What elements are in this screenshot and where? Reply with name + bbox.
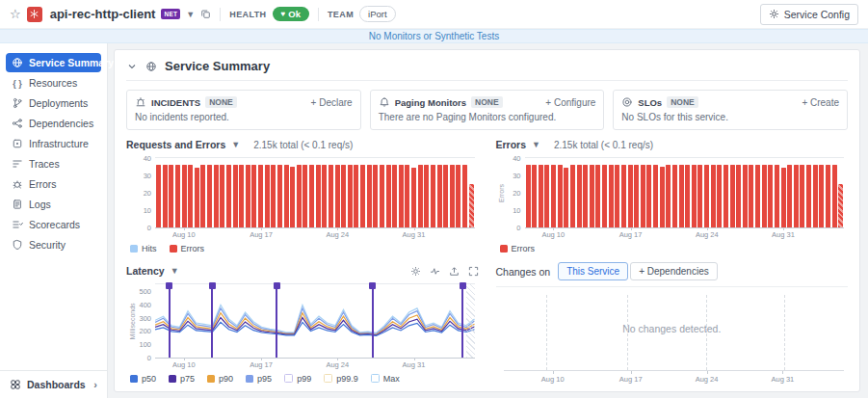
gear-icon[interactable]	[410, 266, 421, 277]
sidebar-item-traces[interactable]: Traces	[6, 154, 101, 173]
sidebar-item-scorecards[interactable]: Scorecards	[6, 215, 101, 234]
fullscreen-icon[interactable]	[468, 266, 479, 277]
legend-errors[interactable]: Errors	[170, 244, 205, 253]
summary-card-slos: SLOsNONE+ CreateNo SLOs for this service…	[613, 90, 848, 130]
changes-timeline[interactable]: No changes detected.	[496, 287, 849, 370]
bar	[838, 184, 843, 227]
charts-grid: Requests and Errors ▼ 2.15k total (< 0.1…	[126, 136, 848, 383]
errors-plot[interactable]: Errors 010203040Aug 10Aug 17Aug 24Aug 31	[525, 157, 845, 228]
page-title: Service Summary	[165, 59, 270, 73]
bar	[653, 165, 658, 227]
summary-card-paging-monitors: Paging MonitorsNONE+ ConfigureThere are …	[370, 90, 605, 130]
sidebar-item-dashboards[interactable]: Dashboards ›	[0, 370, 107, 398]
latency-plot[interactable]: Milliseconds 0100200300400500Aug 10Aug 1…	[155, 283, 475, 359]
bar	[360, 165, 365, 227]
legend-errors[interactable]: Errors	[500, 244, 536, 253]
sidebar-item-dependencies[interactable]: Dependencies	[6, 114, 101, 133]
team-badge[interactable]: iPort	[359, 6, 396, 22]
bar	[348, 165, 353, 227]
bar	[768, 165, 773, 227]
branch-icon	[12, 97, 23, 109]
bar	[322, 165, 327, 227]
chevron-down-icon[interactable]: ▼	[231, 140, 240, 149]
chevron-down-icon[interactable]: ▼	[171, 266, 179, 276]
security-icon	[12, 239, 23, 251]
sidebar-item-service-summary[interactable]: Service Summary	[6, 53, 101, 72]
legend-p50[interactable]: p50	[130, 374, 156, 384]
sidebar-item-label: Dependencies	[29, 118, 93, 129]
y-axis-tick: 0	[147, 224, 151, 232]
bar	[813, 165, 818, 227]
deployment-marker[interactable]	[461, 284, 463, 358]
latency-title[interactable]: Latency	[126, 265, 165, 277]
sidebar-item-security[interactable]: Security	[6, 235, 101, 254]
collapse-chevron-icon[interactable]	[126, 61, 138, 72]
x-axis-tick: Aug 10	[172, 230, 196, 239]
latency-legend: p50p75p90p95p99p99.9Max	[130, 371, 479, 386]
scorecards-icon	[12, 219, 23, 230]
Errors-swatch-icon	[500, 245, 508, 253]
globe-icon	[145, 61, 157, 72]
bar	[456, 165, 460, 227]
bar	[558, 165, 563, 227]
legend-p90[interactable]: p90	[207, 374, 233, 384]
bar	[660, 167, 665, 227]
requests-errors-plot[interactable]: 010203040Aug 10Aug 17Aug 24Aug 31	[155, 157, 475, 228]
bar	[564, 168, 568, 227]
bar	[246, 165, 250, 227]
export-icon[interactable]	[449, 266, 460, 277]
errors-chart: Errors ▼ 2.15k total (< 0.1 req/s) Error…	[496, 136, 849, 255]
card-action-create[interactable]: + Create	[802, 97, 839, 108]
deployment-marker[interactable]	[211, 284, 213, 358]
copy-icon[interactable]	[200, 9, 211, 19]
legend-p99.9[interactable]: p99.9	[324, 374, 358, 384]
traces-icon	[12, 158, 23, 170]
legend-p95[interactable]: p95	[246, 374, 272, 384]
legend-p99[interactable]: p99	[284, 374, 311, 384]
deployment-marker[interactable]	[372, 284, 374, 358]
x-axis-tick: Aug 17	[250, 230, 273, 239]
deployment-marker[interactable]	[169, 284, 171, 358]
sidebar-item-errors[interactable]: Errors	[6, 174, 101, 194]
bar	[641, 165, 645, 227]
bar	[207, 165, 212, 227]
sidebar-item-infrastructure[interactable]: Infrastructure	[6, 134, 101, 153]
health-status-badge[interactable]: ♥Ok	[273, 7, 309, 21]
legend-hits[interactable]: Hits	[130, 244, 157, 253]
legend-p75[interactable]: p75	[169, 374, 195, 384]
errors-title[interactable]: Errors	[496, 139, 527, 150]
sidebar-item-deployments[interactable]: Deployments	[6, 93, 101, 113]
requests-errors-title[interactable]: Requests and Errors	[126, 139, 225, 150]
bar	[290, 167, 295, 227]
x-axis-tick: Aug 31	[771, 375, 794, 384]
monitors-banner[interactable]: No Monitors or Synthetic Tests	[0, 29, 868, 43]
monitor-pulse-icon[interactable]	[430, 266, 440, 277]
changes-on-label: Changes on	[496, 266, 551, 278]
dashboards-icon	[10, 379, 21, 390]
legend-label: p99	[297, 374, 311, 384]
bar	[277, 165, 282, 227]
service-config-button[interactable]: Service Config	[760, 4, 858, 25]
bar	[532, 165, 537, 227]
no-changes-message: No changes detected.	[496, 287, 849, 370]
deployment-marker[interactable]	[276, 284, 277, 358]
braces-icon: { }	[12, 77, 23, 89]
chevron-down-icon[interactable]: ▼	[532, 140, 540, 149]
legend-max[interactable]: Max	[371, 374, 400, 384]
timeline-gridline	[706, 295, 707, 370]
card-action-declare[interactable]: + Declare	[311, 97, 353, 108]
sidebar-item-label: Traces	[29, 158, 60, 170]
toggle-this-service[interactable]: This Service	[558, 262, 628, 280]
sidebar-item-logs[interactable]: Logs	[6, 195, 101, 214]
Errors-swatch-icon	[170, 245, 177, 253]
card-action-configure[interactable]: + Configure	[545, 97, 595, 108]
toggle-dependencies[interactable]: + Dependencies	[630, 262, 718, 280]
favorite-star-icon[interactable]: ☆	[10, 7, 21, 21]
bar	[239, 165, 244, 227]
service-dropdown-caret-icon[interactable]: ▼	[186, 10, 195, 19]
bar	[749, 165, 753, 227]
x-axis-tick: Aug 17	[619, 230, 643, 239]
status-badge: NONE	[471, 96, 503, 108]
x-axis-tick: Aug 24	[326, 360, 349, 369]
sidebar-item-resources[interactable]: { }Resources	[6, 73, 101, 93]
